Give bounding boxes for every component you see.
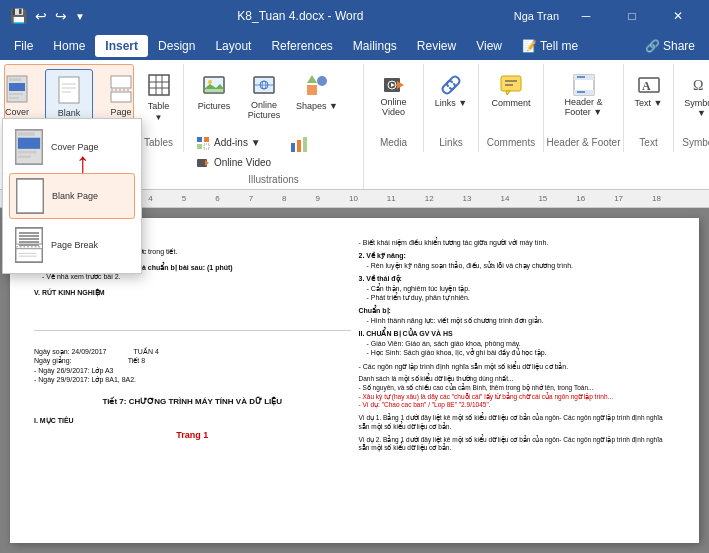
svg-rect-53 [18,138,40,149]
svg-rect-33 [291,143,295,152]
media-video-icon [383,74,405,96]
popup-page-break[interactable]: Page Break [9,223,135,267]
right-intro: - Biết khái niệm điều khiển tương tác gi… [359,238,676,247]
cover-page-icon [5,75,29,106]
links-group-label: Links [424,137,478,148]
menu-share[interactable]: 🔗 Share [635,35,705,57]
svg-rect-4 [9,97,19,99]
svg-rect-1 [9,83,25,91]
trang-label: Trang 1 [34,429,351,442]
menu-references[interactable]: References [261,35,342,57]
blank-page-icon [57,76,81,107]
menu-layout[interactable]: Layout [205,35,261,57]
svg-marker-37 [397,81,404,89]
popup-blank-text: Blank Page [52,191,98,201]
popup-blank-page[interactable]: Blank Page [9,173,135,219]
ribbon-group-header-footer: Header &Footer ▼ Header & Footer [544,64,624,152]
online-video-label: Online Video [214,157,271,168]
svg-rect-9 [111,76,131,88]
ribbon-group-comments: Comment Comments [479,64,544,152]
table-arrow: ▼ [155,113,163,122]
ribbon-group-illustrations: Pictures OnlinePictures [184,64,364,189]
customize-button[interactable]: ▼ [73,9,87,24]
menu-mailings[interactable]: Mailings [343,35,407,57]
svg-point-18 [208,80,212,84]
section-II: II. CHUẨN BỊ CỦA GV VÀ HS [359,329,676,338]
popup-cover-page[interactable]: Cover Page [9,125,135,169]
popup-break-icon [15,227,43,263]
svg-rect-19 [204,89,224,93]
online-pictures-icon [253,74,275,99]
svg-rect-60 [16,249,42,262]
section-rut-kinh-nghiem: V. RÚT KINH NGHIỆM [34,288,351,297]
svg-rect-35 [303,137,307,152]
ribbon-group-text: A Text ▼ Text [624,64,674,152]
muc-tieu: I. MỤC TIÊU [34,416,351,425]
ribbon-group-symbols: Ω Symbols ▼ Symbols [674,64,709,152]
menu-tell-me[interactable]: 📝 Tell me [512,35,588,57]
svg-rect-58 [16,228,42,244]
menu-insert[interactable]: Insert [95,35,148,57]
text-icon: A [638,74,660,96]
table-label: Table [148,101,170,111]
vi-du-1: Ví dụ 1. Bảng 1 dưới đây liệt kê một số … [359,414,676,432]
svg-rect-34 [297,140,301,152]
popup-break-text: Page Break [51,240,98,250]
symbols-icon: Ω [691,74,710,96]
add-ins-label: Add-ins ▼ [214,137,261,148]
online-pictures-button[interactable]: OnlinePictures [240,68,288,127]
online-video-button[interactable]: Online Video [190,153,277,173]
chart-button[interactable] [279,131,319,157]
popup-cover-text: Cover Page [51,142,99,152]
close-button[interactable]: ✕ [655,0,701,32]
window-controls: ─ □ ✕ [563,0,701,32]
links-button[interactable]: Links ▼ [427,68,475,114]
maximize-button[interactable]: □ [609,0,655,32]
shapes-button[interactable]: Shapes ▼ [290,68,344,117]
add-ins-button[interactable]: Add-ins ▼ [190,133,277,153]
date-line4: - Ngày 29/9/2017: Lớp 8A1, 8A2. [34,375,351,384]
hs: - Học Sinh: Sách giáo khoa, lịc, vở ghi … [359,348,676,357]
svg-point-25 [317,76,327,86]
svg-rect-55 [18,151,37,154]
window-title: K8_Tuan 4.docx - Word [87,9,514,23]
vi-du-2: Ví dụ 2. Bảng 1 dưới đây liệt kê một số … [359,436,676,454]
table-icon [148,74,170,99]
svg-rect-29 [197,144,202,149]
text-button[interactable]: A Text ▼ [625,68,673,114]
media-label: OnlineVideo [380,98,406,118]
menu-home[interactable]: Home [43,35,95,57]
menu-design[interactable]: Design [148,35,205,57]
svg-rect-28 [204,137,209,142]
symbols-group-label: Symbols [674,137,709,148]
online-pictures-label: OnlinePictures [248,101,281,121]
menu-file[interactable]: File [4,35,43,57]
pictures-button[interactable]: Pictures [190,68,238,117]
svg-marker-26 [307,75,317,83]
save-button[interactable]: 💾 [8,6,29,26]
media-online-video-button[interactable]: OnlineVideo [370,68,418,124]
title-bar-left: 💾 ↩ ↪ ▼ [8,6,87,26]
svg-rect-27 [197,137,202,142]
giao-vien: - Ví dụ: "Chao cac ban" / "Lop 8E" "2.9/… [359,401,676,410]
chapter-title: Tiết 7: CHƯƠNG TRÌNH MÁY TÍNH VÀ DỮ LIỆU [34,397,351,408]
minimize-button[interactable]: ─ [563,0,609,32]
quick-access-toolbar: 💾 ↩ ↪ ▼ [8,6,87,26]
svg-rect-30 [204,144,209,149]
date-line3: - Ngày 26/9/2017: Lớp A3 [34,366,351,375]
title-bar: 💾 ↩ ↪ ▼ K8_Tuan 4.docx - Word Nga Tran ─… [0,0,709,32]
symbols-button[interactable]: Ω Symbols ▼ [678,68,710,124]
pages-popup: Cover Page Blank Page [2,118,142,274]
redo-button[interactable]: ↪ [53,6,69,26]
menu-review[interactable]: Review [407,35,466,57]
ex1: Danh sách là một số kiểu dữ liệu thường … [359,375,676,384]
header-footer-button[interactable]: Header &Footer ▼ [558,68,608,124]
comment-button[interactable]: Comment [485,68,536,114]
online-video-icon [196,156,210,170]
hinh-thanh: - Hình thành năng lực: viết một số chươn… [359,316,676,325]
chuan-bi: Chuẩn bị: [359,306,676,315]
page-break-icon [109,75,133,106]
menu-view[interactable]: View [466,35,512,57]
comment-label: Comment [491,98,530,108]
undo-button[interactable]: ↩ [33,6,49,26]
